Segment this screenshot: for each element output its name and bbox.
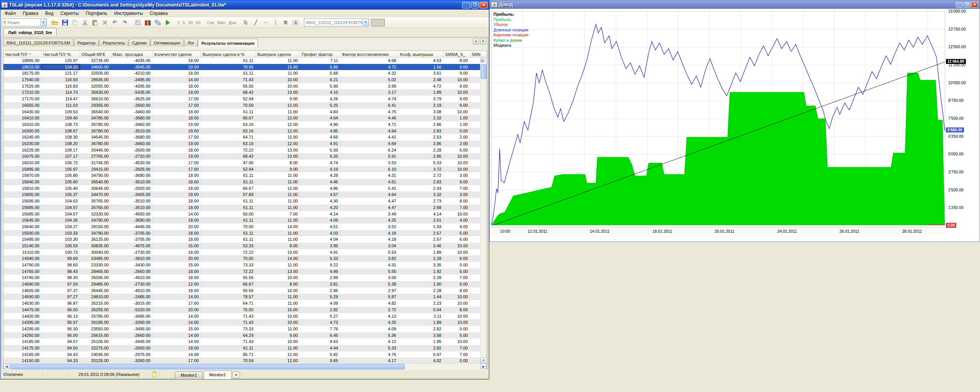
table-row[interactable]: 14175.0094.5032275.00-2660.0018.0061.111… [3, 345, 487, 351]
lab-tab[interactable]: Лаб: robtop_0110_5m [3, 28, 57, 36]
doc-tab[interactable]: RIH1_110111_110129:FORTS:5M [3, 39, 74, 46]
table-row[interactable]: 17170.00114.4736610.00-3625.0017.0052.94… [3, 96, 487, 102]
properties-button[interactable] [133, 18, 142, 27]
table-row[interactable]: 14790.0098.6023330.00-3430.0015.0073.331… [3, 262, 487, 268]
scroll-up-icon[interactable]: ▲ [480, 58, 484, 62]
doc-tab[interactable]: Лог [184, 39, 198, 46]
minimize-button[interactable]: _ [462, 2, 470, 8]
maximize-button[interactable]: ❐ [471, 2, 479, 8]
redo-button[interactable]: ↷ [120, 18, 129, 27]
table-row[interactable]: 14395.0095.9726185.00-3390.0014.0071.431… [3, 319, 487, 326]
table-row[interactable]: 16225.00108.1730445.00-2600.0018.0072.22… [3, 147, 487, 154]
menu-item[interactable]: Инструменты [111, 10, 146, 17]
table-row[interactable]: 18615.00124.1034600.00-3945.0019.0078.95… [3, 64, 487, 70]
table-row[interactable]: 15645.00104.3034790.00-3680.0018.0061.11… [3, 217, 487, 224]
table-row[interactable]: 15810.00105.4030645.00-2920.0018.0066.67… [3, 185, 487, 192]
table-row[interactable]: 14590.0097.2724810.00-2485.0014.0078.571… [3, 294, 487, 300]
table-row[interactable]: 15140.00100.9330835.00-4975.0015.0053.33… [3, 243, 487, 249]
table-row[interactable]: 16300.00108.6736780.00-3510.0019.0063.16… [3, 128, 487, 134]
table-row[interactable]: 14295.0095.3023550.00-3495.0015.0073.331… [3, 326, 487, 332]
trendline-tool-button[interactable]: ╱ [251, 18, 261, 27]
chevron-down-icon[interactable]: ▼ [363, 19, 368, 26]
table-row[interactable]: 16655.00111.0329355.00-2600.0017.0070.59… [3, 102, 487, 109]
vertical-scrollbar[interactable]: ▲ ▼ [480, 57, 487, 364]
save-button[interactable] [60, 18, 70, 27]
column-header[interactable]: SMM [470, 51, 481, 57]
table-row[interactable]: 14765.0098.4328465.00-2660.0018.0072.221… [3, 268, 487, 275]
table-row[interactable]: 16075.00107.1727765.00-2720.0019.0068.42… [3, 153, 487, 160]
log-icon[interactable] [153, 371, 156, 377]
table-row[interactable]: 15685.00104.5735765.00-3510.0018.0061.11… [3, 204, 487, 211]
panel-menu-button[interactable]: ▾ [473, 39, 479, 44]
doc-tab[interactable]: Оптимизация [150, 39, 184, 46]
delete-button[interactable] [100, 18, 109, 27]
table-row[interactable]: 16230.00108.2036780.00-3460.0019.0063.16… [3, 140, 487, 147]
copy-button[interactable] [70, 18, 80, 27]
table-row[interactable]: 15695.00104.6335765.00-3510.0018.0061.11… [3, 198, 487, 204]
horizontal-scrollbar[interactable]: ◀ ▶ [3, 363, 487, 369]
table-row[interactable]: 14420.0096.1325785.00-3495.0014.0071.431… [3, 313, 487, 320]
chart-minimize-button[interactable]: _ [956, 2, 963, 8]
panel-close-button[interactable]: ✕ [480, 39, 486, 44]
table-row[interactable]: 15685.00104.5732330.00-4500.0014.0050.00… [3, 211, 487, 217]
text-tool-button[interactable]: A [291, 18, 301, 27]
column-header[interactable]: Чистый П/У▼ [3, 51, 42, 57]
column-header[interactable]: Чистый П/У % [42, 51, 80, 57]
menu-item[interactable]: Правка [20, 10, 42, 17]
table-row[interactable]: 16010.00106.7331745.00-4530.0017.0047.06… [3, 160, 487, 166]
timeframe-button[interactable]: 1 [176, 20, 181, 25]
chevron-down-icon[interactable]: ▼ [40, 19, 46, 26]
menu-item[interactable]: Скрипты [57, 10, 82, 17]
unit-button[interactable]: Дни [227, 20, 238, 25]
table-row[interactable]: 15110.00100.7330040.00-2730.0018.0072.22… [3, 249, 487, 256]
doc-tab[interactable]: Результаты оптимизации [198, 39, 258, 47]
monitor-tab-1[interactable]: Monitor1 [175, 371, 203, 379]
column-header[interactable]: Выиграно сделок в % [201, 51, 256, 57]
column-header[interactable]: Выиграно сделок [256, 51, 300, 57]
menu-item[interactable]: Справка [146, 10, 171, 17]
doc-tab[interactable]: Результаты [99, 39, 128, 46]
table-row[interactable]: 14185.0094.5725105.00-3445.0014.0071.431… [3, 338, 487, 345]
table-row[interactable]: 14475.0096.5035255.00-5320.0020.0075.001… [3, 307, 487, 313]
profit-chart-plot[interactable] [491, 11, 945, 225]
table-row[interactable]: 17525.00116.8332055.00-4395.0018.0055.56… [3, 83, 487, 90]
unit-button[interactable]: Сек [206, 20, 216, 25]
table-row[interactable]: 16410.00109.4034785.00-3680.0018.0066.67… [3, 115, 487, 121]
table-row[interactable]: 16430.00109.5336540.00-3460.0018.0061.11… [3, 109, 487, 115]
add-monitor-button[interactable]: + [232, 371, 240, 378]
table-row[interactable]: 14165.0094.4324045.00-2975.0014.0085.711… [3, 351, 487, 358]
table-row[interactable]: 14605.0097.3736445.00-4910.0018.0055.561… [3, 287, 487, 294]
column-header[interactable]: SMMA_S_ [444, 51, 470, 57]
fibo-tool-button[interactable]: ≣ [281, 18, 291, 27]
table-row[interactable]: 14940.0099.6033485.00-3910.0020.0070.001… [3, 255, 487, 262]
data-provider-combo[interactable]: ⚲ Finam ▼ [2, 18, 47, 26]
table-row[interactable]: 15495.00103.3036125.00-3705.0018.0061.11… [3, 236, 487, 243]
table-row[interactable]: 15895.00105.9729415.00-2605.0017.0052.94… [3, 166, 487, 173]
table-row[interactable]: 15500.00103.3334790.00-3705.0018.0061.11… [3, 230, 487, 237]
menu-item[interactable]: Портфель [82, 10, 111, 17]
scroll-right-icon[interactable]: ▶ [480, 364, 487, 370]
horizontal-scroll-thumb[interactable] [10, 364, 405, 369]
run-button[interactable] [163, 18, 172, 27]
table-row[interactable]: 16310.00108.7336780.00-3460.0019.0063.16… [3, 121, 487, 128]
table-row[interactable]: 15805.00105.3734470.00-3405.0019.0057.89… [3, 191, 487, 198]
menu-item[interactable]: Вид [42, 10, 57, 17]
paste-button[interactable] [90, 18, 100, 27]
table-row[interactable]: 18895.00125.9732735.00-4035.0018.0061.11… [3, 57, 487, 64]
table-row[interactable]: 15640.00104.2728150.00-4445.0020.0070.00… [3, 224, 487, 230]
menu-item[interactable]: Файл [1, 10, 20, 17]
table-row[interactable]: 17210.00114.7335630.00-5435.0019.0068.42… [3, 89, 487, 96]
timeframe-button[interactable]: 5 [181, 20, 186, 25]
table-row[interactable]: 15840.00105.6036540.00-3510.0018.0061.11… [3, 179, 487, 185]
table-row[interactable]: 18175.00121.1732505.00-4210.0018.0061.11… [3, 70, 487, 77]
monitor-tab-2[interactable]: Monitor2 [204, 371, 232, 379]
chart-maximize-button[interactable]: ❐ [964, 2, 970, 8]
cut-button[interactable] [80, 18, 90, 27]
column-header[interactable]: Профит фактор [300, 51, 340, 57]
table-row[interactable]: 14690.0097.9329485.00-2730.0012.0066.678… [3, 281, 487, 287]
column-header[interactable]: Общий MFE [80, 51, 111, 57]
column-header[interactable]: Макс. просадка [111, 51, 153, 57]
close-button[interactable]: ✕ [480, 2, 488, 8]
open-button[interactable] [50, 18, 60, 27]
scroll-left-icon[interactable]: ◀ [3, 364, 10, 370]
